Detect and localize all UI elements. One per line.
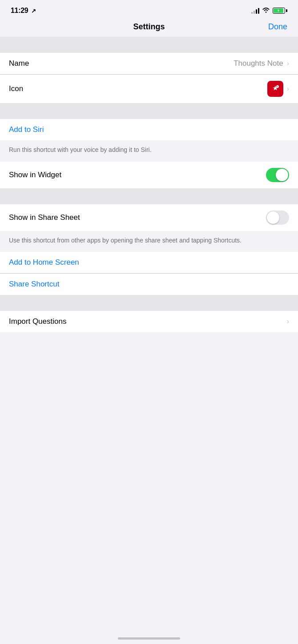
toggle-thumb: [276, 169, 288, 181]
section-gap-4: [0, 295, 298, 311]
show-in-share-sheet-row[interactable]: Show in Share Sheet: [0, 204, 298, 231]
icon-chevron: ›: [287, 85, 289, 93]
share-sheet-section: Show in Share Sheet: [0, 204, 298, 231]
add-to-home-screen-label[interactable]: Add to Home Screen: [9, 258, 79, 267]
name-value: Thoughts Note: [234, 59, 283, 68]
icon-label: Icon: [9, 84, 23, 93]
import-questions-right: ›: [287, 318, 289, 326]
name-icon-section: Name Thoughts Note › Icon ›: [0, 53, 298, 103]
home-screen-section: Add to Home Screen Share Shortcut: [0, 252, 298, 295]
import-questions-label: Import Questions: [9, 317, 66, 326]
add-to-siri-desc-text: Run this shortcut with your voice by add…: [9, 146, 152, 153]
share-sheet-description: Use this shortcut from other apps by ope…: [0, 231, 298, 252]
show-in-widget-toggle[interactable]: [266, 168, 289, 182]
nav-title: Settings: [133, 22, 165, 32]
home-indicator: [118, 637, 180, 640]
icon-row[interactable]: Icon ›: [0, 75, 298, 103]
add-to-siri-label[interactable]: Add to Siri: [9, 125, 44, 134]
add-to-siri-section: Add to Siri: [0, 119, 298, 140]
import-questions-chevron: ›: [287, 318, 289, 326]
import-questions-row[interactable]: Import Questions ›: [0, 311, 298, 332]
svg-marker-0: [278, 9, 279, 12]
name-label: Name: [9, 59, 29, 68]
status-right: [251, 6, 287, 15]
status-bar: 11:29 ↗: [0, 0, 298, 19]
location-icon: ↗: [31, 8, 36, 14]
share-sheet-desc-text: Use this shortcut from other apps by ope…: [9, 237, 242, 244]
nav-bar: Settings Done: [0, 19, 298, 37]
section-gap-3: [0, 188, 298, 204]
add-to-siri-description: Run this shortcut with your voice by add…: [0, 140, 298, 162]
done-button[interactable]: Done: [268, 22, 287, 32]
show-in-widget-label: Show in Widget: [9, 171, 61, 179]
widget-section: Show in Widget: [0, 162, 298, 188]
add-to-siri-row[interactable]: Add to Siri: [0, 119, 298, 140]
toggle-thumb-2: [267, 211, 279, 224]
import-questions-section: Import Questions ›: [0, 311, 298, 332]
share-shortcut-row[interactable]: Share Shortcut: [0, 274, 298, 295]
name-chevron: ›: [287, 60, 289, 68]
show-in-widget-row[interactable]: Show in Widget: [0, 162, 298, 188]
share-shortcut-label[interactable]: Share Shortcut: [9, 280, 59, 289]
icon-right: ›: [267, 81, 289, 97]
section-gap-2: [0, 103, 298, 119]
battery-icon: [273, 8, 287, 14]
add-to-home-screen-row[interactable]: Add to Home Screen: [0, 252, 298, 274]
shortcut-icon: [267, 81, 283, 97]
signal-icon: [251, 8, 259, 14]
wifi-icon: [262, 6, 270, 15]
show-in-share-sheet-toggle[interactable]: [266, 211, 289, 225]
section-gap-1: [0, 37, 298, 53]
status-time: 11:29 ↗: [11, 7, 36, 15]
name-right: Thoughts Note ›: [234, 59, 289, 68]
show-in-share-sheet-label: Show in Share Sheet: [9, 213, 80, 222]
name-row[interactable]: Name Thoughts Note ›: [0, 53, 298, 75]
